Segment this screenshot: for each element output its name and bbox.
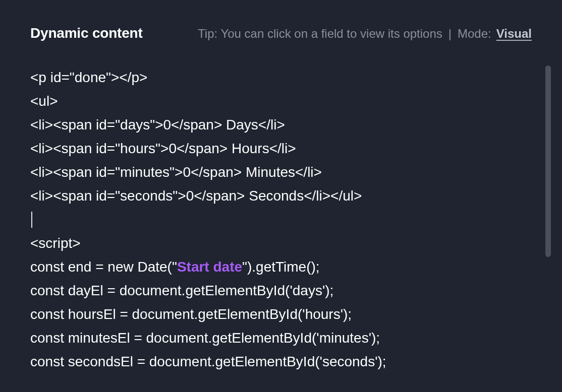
dynamic-content-panel: Dynamic content Tip: You can click on a …	[0, 0, 562, 392]
code-line[interactable]: <p id="done"></p>	[30, 66, 532, 89]
code-line[interactable]: const hoursEl = document.getElementById(…	[30, 302, 532, 326]
panel-tip-row: Tip: You can click on a field to view it…	[198, 27, 532, 41]
tip-text: Tip: You can click on a field to view it…	[198, 27, 442, 41]
code-line[interactable]: const end = new Date("Start date").getTi…	[30, 255, 532, 279]
mode-toggle-link[interactable]: Visual	[496, 27, 532, 41]
code-area[interactable]: <p id="done"></p><ul><li><span id="days"…	[30, 66, 532, 373]
code-line-cursor[interactable]	[30, 208, 532, 231]
code-line[interactable]: const secondsEl = document.getElementByI…	[30, 350, 532, 373]
code-line[interactable]: <script>	[30, 231, 532, 255]
scrollbar-thumb[interactable]	[545, 66, 551, 257]
mode-label: Mode:	[458, 27, 491, 41]
code-line[interactable]: <li><span id="minutes">0</span> Minutes<…	[30, 160, 532, 184]
code-editor[interactable]: <p id="done"></p><ul><li><span id="days"…	[30, 66, 532, 373]
code-line[interactable]: const dayEl = document.getElementById('d…	[30, 279, 532, 302]
code-line[interactable]: <li><span id="hours">0</span> Hours</li>	[30, 137, 532, 160]
code-line[interactable]: <li><span id="seconds">0</span> Seconds<…	[30, 184, 532, 208]
code-line[interactable]: <li><span id="days">0</span> Days</li>	[30, 113, 532, 137]
code-line[interactable]: <ul>	[30, 89, 532, 113]
code-line[interactable]: const minutesEl = document.getElementByI…	[30, 326, 532, 350]
separator: |	[448, 27, 452, 41]
text-cursor	[31, 212, 32, 228]
panel-header: Dynamic content Tip: You can click on a …	[30, 25, 532, 41]
panel-title: Dynamic content	[30, 25, 143, 41]
field-token-start-date[interactable]: Start date	[177, 259, 242, 275]
